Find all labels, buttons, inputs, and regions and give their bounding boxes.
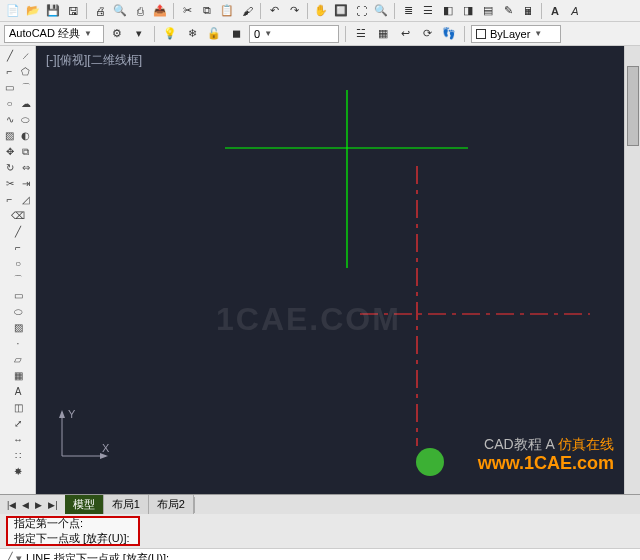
command-line[interactable]: ╱ ▾ LINE 指定下一点或 [放弃(U)]: [0, 548, 640, 560]
properties-icon[interactable]: ☰ [419, 2, 437, 20]
rectangle-icon[interactable]: ▭ [2, 80, 17, 95]
hatch-tool-icon[interactable]: ▨ [2, 320, 34, 335]
command-icon: ╱ ▾ [6, 552, 22, 560]
mirror-icon[interactable]: ⇔ [18, 160, 33, 175]
hatch-icon[interactable]: ▨ [2, 128, 17, 143]
layer-states-icon[interactable]: ☱ [352, 25, 370, 43]
command-history: 指定第一个点: 指定下一点或 [放弃(U)]: [6, 516, 140, 546]
paste-icon[interactable]: 📋 [218, 2, 236, 20]
open-icon[interactable]: 📂 [24, 2, 42, 20]
circle-icon[interactable]: ○ [2, 96, 17, 111]
preview-icon[interactable]: 🔍 [111, 2, 129, 20]
table-tool-icon[interactable]: ▦ [2, 368, 34, 383]
layer-icon[interactable]: ≣ [399, 2, 417, 20]
new-icon[interactable]: 📄 [4, 2, 22, 20]
match-icon[interactable]: 🖌 [238, 2, 256, 20]
ellipse-tool-icon[interactable]: ⬭ [2, 304, 34, 319]
layer-iso-icon[interactable]: ▦ [374, 25, 392, 43]
region-tool-icon[interactable]: ▱ [2, 352, 34, 367]
layer-bulb-icon[interactable]: 💡 [161, 25, 179, 43]
print-icon[interactable]: 🖨 [91, 2, 109, 20]
wechat-logo-icon [416, 448, 444, 476]
copy-icon[interactable]: ⧉ [198, 2, 216, 20]
arc-icon[interactable]: ⌒ [18, 80, 33, 95]
saveall-icon[interactable]: 🖫 [64, 2, 82, 20]
layer-lock-icon[interactable]: 🔓 [205, 25, 223, 43]
pline-tool-icon[interactable]: ⌐ [2, 240, 34, 255]
scale-tool-icon[interactable]: ⤢ [2, 416, 34, 431]
svg-text:X: X [102, 442, 110, 454]
rect-tool-icon[interactable]: ▭ [2, 288, 34, 303]
text-style-icon[interactable]: A [546, 2, 564, 20]
line-tool-icon[interactable]: ╱ [2, 224, 34, 239]
layer-match-icon[interactable]: ⟳ [418, 25, 436, 43]
plot-icon[interactable]: ⎙ [131, 2, 149, 20]
gradient-icon[interactable]: ◐ [18, 128, 33, 143]
xline-icon[interactable]: ⟋ [18, 48, 33, 63]
stretch-tool-icon[interactable]: ↔ [2, 432, 34, 447]
workspace-label: AutoCAD 经典 [9, 26, 80, 41]
layer-field: 0 [254, 28, 260, 40]
ws-save-icon[interactable]: ▾ [130, 25, 148, 43]
main-area: ╱⟋ ⌐⬠ ▭⌒ ○☁ ∿⬭ ▨◐ ✥⧉ ↻⇔ ✂⇥ ⌐◿ ⌫ ╱ ⌐ ○ ⌒ … [0, 46, 640, 494]
workspace-selector[interactable]: AutoCAD 经典 ▼ [4, 25, 104, 43]
layer-freeze-icon[interactable]: ❄ [183, 25, 201, 43]
polyline-icon[interactable]: ⌐ [2, 64, 17, 79]
vertical-scrollbar[interactable] [624, 46, 640, 494]
ellipse-icon[interactable]: ⬭ [18, 112, 33, 127]
copy-tool-icon[interactable]: ⧉ [18, 144, 33, 159]
tab-next-icon[interactable]: ▶ [32, 500, 45, 510]
layer-walk-icon[interactable]: 👣 [440, 25, 458, 43]
point-tool-icon[interactable]: · [2, 336, 34, 351]
publish-icon[interactable]: 📤 [151, 2, 169, 20]
design-center-icon[interactable]: ◧ [439, 2, 457, 20]
explode-tool-icon[interactable]: ✸ [2, 464, 34, 479]
palettes-icon[interactable]: ◨ [459, 2, 477, 20]
pan-icon[interactable]: ✋ [312, 2, 330, 20]
polygon-icon[interactable]: ⬠ [18, 64, 33, 79]
tab-model[interactable]: 模型 [65, 495, 104, 514]
layer-selector[interactable]: 0 ▼ [249, 25, 339, 43]
drawing-lines [36, 46, 624, 494]
sheet-icon[interactable]: ▤ [479, 2, 497, 20]
move-icon[interactable]: ✥ [2, 144, 17, 159]
cut-icon[interactable]: ✂ [178, 2, 196, 20]
undo-icon[interactable]: ↶ [265, 2, 283, 20]
tab-first-icon[interactable]: |◀ [4, 500, 19, 510]
spline-icon[interactable]: ∿ [2, 112, 17, 127]
drawing-canvas[interactable]: [-][俯视][二维线框] 1CAE.COM Y X CAD教程 A 仿真在线 … [36, 46, 624, 494]
tab-layout1[interactable]: 布局1 [104, 495, 149, 514]
erase-icon[interactable]: ⌫ [2, 208, 34, 223]
chamfer-icon[interactable]: ◿ [18, 192, 33, 207]
zoom-extents-icon[interactable]: ⛶ [352, 2, 370, 20]
rotate-icon[interactable]: ↻ [2, 160, 17, 175]
array-tool-icon[interactable]: ∷ [2, 448, 34, 463]
trim-icon[interactable]: ✂ [2, 176, 17, 191]
linetype-selector[interactable]: ByLayer ▼ [471, 25, 561, 43]
redo-icon[interactable]: ↷ [285, 2, 303, 20]
gear-icon[interactable]: ⚙ [108, 25, 126, 43]
arc-tool-icon[interactable]: ⌒ [2, 272, 34, 287]
block-tool-icon[interactable]: ◫ [2, 400, 34, 415]
zoom-icon[interactable]: 🔍 [372, 2, 390, 20]
markup-icon[interactable]: ✎ [499, 2, 517, 20]
extend-icon[interactable]: ⇥ [18, 176, 33, 191]
zoom-window-icon[interactable]: 🔲 [332, 2, 350, 20]
text-style2-icon[interactable]: A [566, 2, 584, 20]
tab-last-icon[interactable]: ▶| [45, 500, 60, 510]
tab-layout2[interactable]: 布局2 [149, 495, 194, 514]
cloud-icon[interactable]: ☁ [18, 96, 33, 111]
linetype-label: ByLayer [490, 28, 530, 40]
fillet-icon[interactable]: ⌐ [2, 192, 17, 207]
line-icon[interactable]: ╱ [2, 48, 17, 63]
svg-marker-6 [59, 410, 65, 418]
save-icon[interactable]: 💾 [44, 2, 62, 20]
circle-tool-icon[interactable]: ○ [2, 256, 34, 271]
tab-prev-icon[interactable]: ◀ [19, 500, 32, 510]
layer-color-icon[interactable]: ◼ [227, 25, 245, 43]
horizontal-scrollbar[interactable] [194, 497, 640, 513]
layer-prev-icon[interactable]: ↩ [396, 25, 414, 43]
text-tool-icon[interactable]: A [2, 384, 34, 399]
calc-icon[interactable]: 🖩 [519, 2, 537, 20]
scroll-thumb[interactable] [627, 66, 639, 146]
